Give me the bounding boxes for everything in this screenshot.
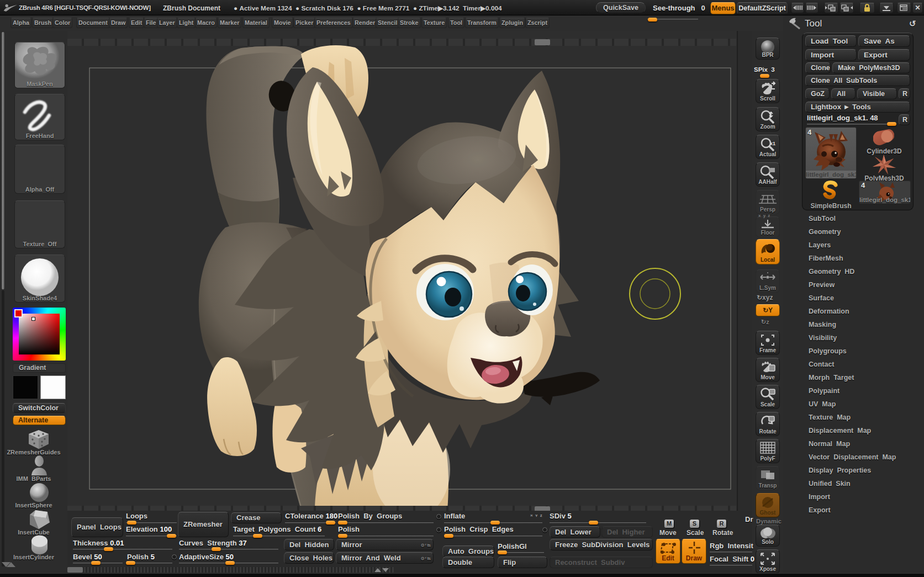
svg-text:x1: x1 — [770, 141, 775, 146]
